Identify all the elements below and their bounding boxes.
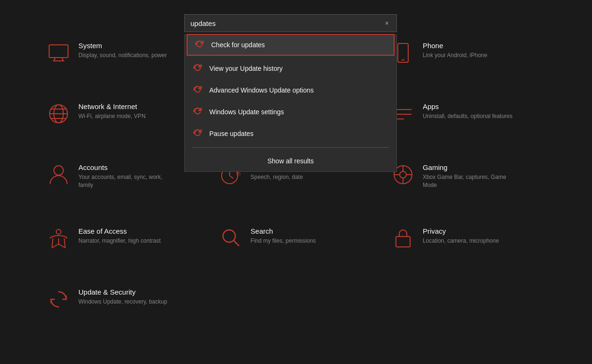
settings-item-update-security[interactable]: Update & Security Windows Update, recove… (38, 275, 210, 336)
settings-subtitle-update-security: Windows Update, recovery, backup (78, 298, 167, 306)
privacy-icon (392, 227, 414, 250)
settings-subtitle-ease-of-access: Narrator, magnifier, high contrast (78, 237, 161, 245)
svg-rect-29 (396, 237, 410, 247)
dropdown-item-check-for-updates[interactable]: Check for updates (187, 34, 395, 56)
settings-subtitle-search: Find my files, permissions (250, 237, 316, 245)
settings-empty-6 (382, 275, 554, 336)
search-overlay: × Check for updates View your Update his… (184, 14, 397, 172)
dropdown-item-label-2: View your Update history (209, 65, 283, 72)
settings-subtitle-network: Wi-Fi, airplane mode, VPN (78, 112, 146, 120)
settings-item-apps[interactable]: Apps Uninstall, defaults, optional featu… (382, 89, 554, 150)
settings-subtitle-phone: Link your Android, iPhone (423, 51, 488, 59)
dropdown-item-label-3: Advanced Windows Update options (209, 86, 314, 94)
settings-item-phone[interactable]: Phone Link your Android, iPhone (382, 28, 554, 89)
update-security-icon (47, 288, 70, 311)
settings-item-search[interactable]: Search Find my files, permissions (210, 214, 382, 275)
dropdown-item-pause-updates[interactable]: Pause updates (185, 123, 396, 144)
show-all-results-button[interactable]: Show all results (185, 151, 396, 171)
settings-text-system: System Display, sound, notifications, po… (78, 42, 167, 59)
refresh-icon-5 (192, 129, 203, 138)
refresh-icon (194, 41, 205, 49)
refresh-icon-4 (192, 108, 203, 116)
refresh-icon-3 (192, 86, 203, 94)
refresh-icon-2 (192, 64, 203, 73)
dropdown-item-label-5: Pause updates (209, 130, 253, 137)
svg-rect-0 (49, 45, 68, 58)
settings-empty-5 (210, 275, 382, 336)
settings-subtitle-privacy: Location, camera, microphone (423, 237, 499, 245)
settings-item-gaming[interactable]: Gaming Xbox Game Bar, captures, Game Mod… (382, 150, 554, 214)
settings-title-search: Search (250, 227, 316, 235)
settings-text-phone: Phone Link your Android, iPhone (423, 42, 488, 59)
settings-title-accounts: Accounts (78, 163, 173, 171)
svg-line-17 (230, 176, 233, 178)
svg-line-1 (54, 58, 55, 61)
settings-subtitle-time-language: Speech, region, date (250, 173, 306, 181)
settings-title-update-security: Update & Security (78, 288, 167, 296)
settings-text-apps: Apps Uninstall, defaults, optional featu… (423, 102, 513, 120)
settings-text-accounts: Accounts Your accounts, email, sync, wor… (78, 163, 173, 189)
settings-subtitle-apps: Uninstall, defaults, optional features (423, 112, 513, 120)
search-input-container: × (184, 14, 397, 32)
settings-text-search: Search Find my files, permissions (250, 227, 316, 245)
dropdown-item-advanced-options[interactable]: Advanced Windows Update options (185, 79, 396, 101)
dropdown-item-label-4: Windows Update settings (209, 108, 284, 116)
settings-item-privacy[interactable]: Privacy Location, camera, microphone (382, 214, 554, 275)
settings-title-phone: Phone (423, 42, 488, 50)
search-dropdown: Check for updates View your Update histo… (184, 34, 397, 172)
settings-text-ease-of-access: Ease of Access Narrator, magnifier, high… (78, 227, 161, 245)
person-icon (47, 163, 70, 186)
dropdown-item-windows-update-settings[interactable]: Windows Update settings (185, 101, 396, 123)
settings-text-gaming: Gaming Xbox Game Bar, captures, Game Mod… (423, 163, 517, 189)
svg-line-28 (233, 240, 239, 246)
settings-title-network: Network & Internet (78, 102, 146, 110)
search-icon (219, 227, 242, 250)
settings-subtitle-system: Display, sound, notifications, power (78, 51, 167, 59)
search-input[interactable] (190, 19, 379, 27)
search-clear-button[interactable]: × (383, 18, 391, 28)
svg-point-21 (400, 171, 406, 178)
settings-title-ease-of-access: Ease of Access (78, 227, 161, 235)
ease-of-access-icon (47, 227, 70, 250)
settings-title-gaming: Gaming (423, 163, 517, 171)
settings-subtitle-gaming: Xbox Game Bar, captures, Game Mode (423, 173, 517, 189)
svg-line-2 (62, 58, 63, 61)
settings-title-privacy: Privacy (423, 227, 499, 235)
settings-text-network: Network & Internet Wi-Fi, airplane mode,… (78, 102, 146, 120)
dropdown-divider (192, 147, 389, 148)
settings-title-apps: Apps (423, 102, 513, 110)
dropdown-item-view-history[interactable]: View your Update history (185, 58, 396, 79)
dropdown-item-label: Check for updates (211, 41, 265, 49)
settings-item-ease-of-access[interactable]: Ease of Access Narrator, magnifier, high… (38, 214, 210, 275)
show-all-results-label: Show all results (267, 157, 314, 165)
svg-point-26 (56, 229, 61, 234)
settings-text-update-security: Update & Security Windows Update, recove… (78, 288, 167, 306)
settings-title-system: System (78, 42, 167, 50)
settings-text-privacy: Privacy Location, camera, microphone (423, 227, 499, 245)
monitor-icon (47, 42, 70, 64)
globe-icon (47, 102, 70, 125)
settings-subtitle-accounts: Your accounts, email, sync, work, family (78, 173, 173, 189)
svg-point-14 (54, 166, 63, 175)
